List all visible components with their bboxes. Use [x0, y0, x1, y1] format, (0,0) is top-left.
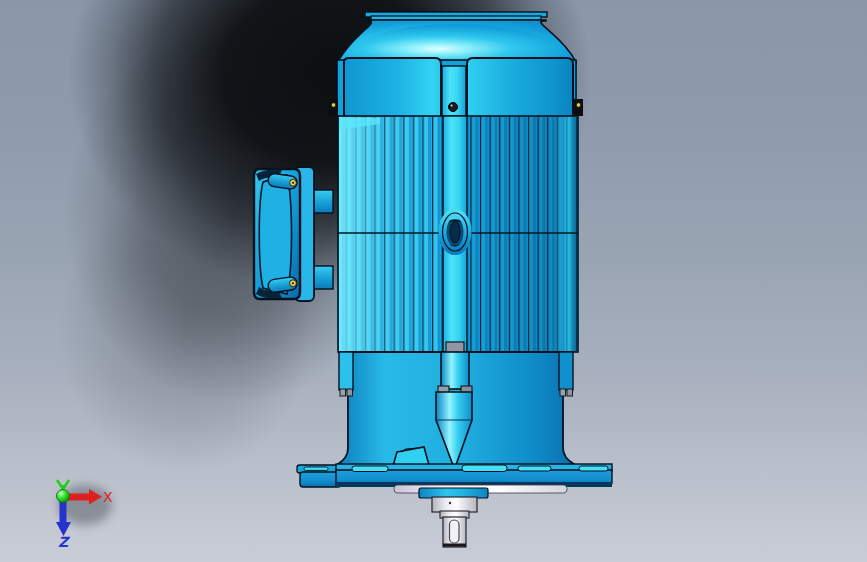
mounting-flange: [297, 464, 612, 487]
tab-foot-left-1: [340, 389, 346, 396]
flange-slot-3: [518, 466, 551, 471]
tab-foot-right-1: [560, 389, 566, 396]
cooling-fin-body: [338, 116, 578, 352]
hub-dot: [449, 502, 451, 504]
clip-screw-right: [576, 103, 580, 107]
fan-cover-panel-left: [344, 58, 441, 118]
axis-z-label: Z: [58, 534, 70, 550]
tab-foot-left-2: [347, 389, 353, 396]
tab-foot-right-2: [567, 389, 573, 396]
fins-right-shade: [467, 117, 577, 351]
eye-ring-hole: [450, 221, 460, 243]
cad-viewport[interactable]: X Z: [0, 0, 867, 562]
triad-origin-ball[interactable]: [57, 490, 70, 503]
flange-left-slab: [300, 472, 341, 487]
flange-slot-4: [579, 466, 608, 471]
keyway: [450, 520, 460, 543]
bearing-hub: [432, 497, 477, 512]
orientation-triad[interactable]: X Z: [56, 480, 113, 550]
drive-shaft-assembly: [394, 485, 567, 547]
axis-x-label: X: [103, 489, 113, 505]
bell-housing: [338, 342, 574, 466]
fan-cover-screw-glint: [451, 105, 453, 107]
flange-slot-2: [462, 465, 507, 472]
axis-y-arrowhead: [57, 480, 69, 489]
fan-cover: [329, 12, 583, 118]
flange-slot-far-left: [304, 467, 328, 470]
fan-cover-screw: [449, 103, 458, 112]
bell-tab-left: [339, 352, 353, 390]
shaft-tip-band: [443, 544, 466, 547]
motor-3d-render[interactable]: X Z: [0, 0, 867, 562]
clip-screw-left: [331, 103, 335, 107]
bell-tab-right: [559, 352, 573, 390]
fins-left-highlight: [339, 117, 443, 351]
flange-slot-1: [352, 466, 388, 472]
shaft-upper-cylinder: [441, 352, 469, 389]
fan-cover-panel-right: [467, 58, 573, 118]
terminal-box: [254, 167, 333, 301]
terminal-box-lid-face: [259, 175, 291, 294]
